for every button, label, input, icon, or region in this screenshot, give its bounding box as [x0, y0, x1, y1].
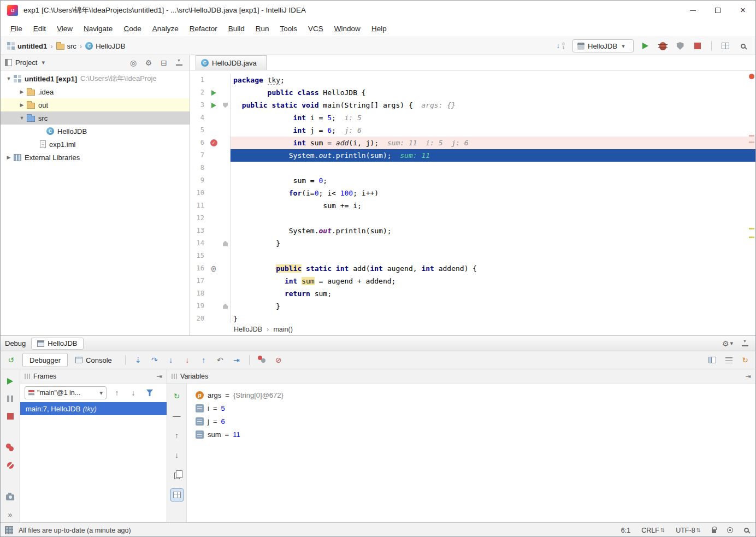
- float-panel-icon[interactable]: ⇥: [746, 373, 751, 380]
- code-text[interactable]: }: [231, 237, 755, 250]
- code-text[interactable]: [231, 250, 755, 262]
- code-text[interactable]: [231, 162, 755, 174]
- project-tree-item-out[interactable]: ▶out: [1, 98, 190, 111]
- menu-item-navigate[interactable]: Navigate: [78, 22, 118, 35]
- tree-chevron-collapsed-icon[interactable]: ▶: [4, 155, 14, 160]
- view-breakpoints-button[interactable]: [256, 354, 268, 366]
- code-text[interactable]: return sum;: [231, 287, 755, 300]
- editor-tab-hellojdb[interactable]: HelloJDB.java: [196, 55, 267, 70]
- menu-item-code[interactable]: Code: [118, 22, 146, 35]
- variable-row-j[interactable]: j = 6: [196, 415, 755, 428]
- run-gutter-icon[interactable]: [206, 99, 221, 111]
- code-text[interactable]: System.out.println(sum); sum: 11: [231, 149, 755, 162]
- breadcrumb-class[interactable]: HelloJDB: [234, 326, 262, 333]
- code-text[interactable]: System.out.println(sum);: [231, 225, 755, 237]
- resume-button[interactable]: [4, 377, 16, 386]
- stop-debug-button[interactable]: [4, 412, 16, 421]
- mute-breakpoints-button[interactable]: ⊘: [273, 354, 285, 366]
- project-tree-item-hellojdb[interactable]: HelloJDB: [1, 125, 190, 138]
- variable-row-i[interactable]: i = 5: [196, 402, 755, 415]
- breakpoint-icon[interactable]: [206, 137, 221, 149]
- background-search-widget[interactable]: [744, 528, 749, 533]
- sort-by-number-icon[interactable]: [555, 40, 567, 52]
- fold-marker-icon[interactable]: [221, 99, 231, 111]
- menu-item-refactor[interactable]: Refactor: [184, 22, 223, 35]
- filter-settings-button[interactable]: [723, 354, 735, 366]
- thread-dump-button[interactable]: [4, 493, 16, 501]
- project-tree-item-idea[interactable]: ▶.idea: [1, 85, 190, 98]
- code-text[interactable]: }: [231, 300, 755, 312]
- code-text[interactable]: sum += i;: [231, 199, 755, 212]
- variable-row-sum[interactable]: sum = 11: [196, 428, 755, 441]
- menu-item-vcs[interactable]: VCS: [303, 22, 329, 35]
- run-configuration-selector[interactable]: HelloJDB ▾: [572, 39, 634, 52]
- line-separator-widget[interactable]: CRLF⇅: [641, 527, 665, 534]
- stripe-mark-warning[interactable]: [749, 237, 754, 238]
- caret-position-widget[interactable]: 6:1: [621, 527, 630, 534]
- inspection-status-icon[interactable]: [749, 74, 754, 79]
- tree-chevron-expanded-icon[interactable]: ▼: [17, 115, 27, 121]
- code-text[interactable]: int j = 6; j: 6: [231, 124, 755, 137]
- show-execution-point-button[interactable]: ⇣: [132, 354, 144, 366]
- code-text[interactable]: sum = 0;: [231, 174, 755, 187]
- rerun-button[interactable]: ↺: [5, 354, 17, 366]
- more-options-icon[interactable]: »: [8, 510, 13, 519]
- tree-chevron-collapsed-icon[interactable]: ▶: [17, 89, 27, 95]
- maximize-button[interactable]: [705, 1, 730, 20]
- breadcrumb-method[interactable]: main(): [273, 326, 292, 333]
- code-text[interactable]: package tky;: [231, 74, 755, 86]
- force-step-into-button[interactable]: ↓: [181, 354, 193, 366]
- menu-item-edit[interactable]: Edit: [28, 22, 51, 35]
- menu-item-tools[interactable]: Tools: [275, 22, 303, 35]
- move-watch-down-button[interactable]: ↓: [171, 449, 183, 461]
- code-text[interactable]: int sum = augend + addend;: [231, 275, 755, 287]
- menu-item-window[interactable]: Window: [329, 22, 366, 35]
- run-to-cursor-button[interactable]: ⇥: [231, 354, 243, 366]
- thread-selector[interactable]: "main"@1 in... ▾: [25, 386, 107, 399]
- code-text[interactable]: int sum = add(i, j); sum: 11 i: 5 j: 6: [231, 137, 755, 149]
- move-watch-up-button[interactable]: ↑: [171, 429, 183, 441]
- project-tree-item-exp1-iml[interactable]: exp1.iml: [1, 138, 190, 151]
- step-over-button[interactable]: ↷: [149, 354, 161, 366]
- project-settings-button[interactable]: ⚙: [143, 57, 155, 69]
- code-text[interactable]: }: [231, 312, 755, 323]
- hide-debug-panel-button[interactable]: [739, 338, 751, 350]
- project-tree-item-untitled1-exp1[interactable]: ▼untitled1 [exp1]C:\Users\锦年\IdeaProje: [1, 72, 190, 85]
- coverage-button[interactable]: [674, 40, 686, 52]
- hide-project-panel-button[interactable]: [173, 57, 185, 69]
- project-panel-title[interactable]: Project: [15, 58, 37, 67]
- project-tree-item-external-libraries[interactable]: ▶External Libraries: [1, 151, 190, 164]
- run-gutter-icon[interactable]: [206, 86, 221, 99]
- duplicate-watch-button[interactable]: [171, 469, 183, 481]
- frame-down-button[interactable]: ↓: [127, 387, 139, 399]
- code-text[interactable]: public static int add(int augend, int ad…: [231, 262, 755, 275]
- stop-button[interactable]: [692, 40, 704, 52]
- menu-item-analyze[interactable]: Analyze: [147, 22, 184, 35]
- debug-button[interactable]: [657, 40, 669, 52]
- step-into-button[interactable]: ↓: [165, 354, 177, 366]
- code-text[interactable]: public static void main(String[] args) {…: [231, 99, 755, 111]
- encoding-widget[interactable]: UTF-8⇅: [676, 527, 701, 534]
- menu-item-file[interactable]: File: [5, 22, 28, 35]
- close-button[interactable]: ×: [730, 1, 755, 20]
- filter-frames-button[interactable]: [144, 387, 156, 399]
- locate-file-button[interactable]: ◎: [127, 57, 139, 69]
- inspections-profile-widget[interactable]: [727, 527, 733, 533]
- layout-settings-button[interactable]: [706, 354, 718, 366]
- stripe-mark-execution[interactable]: [749, 141, 754, 143]
- variable-row-args[interactable]: pargs = {String[0]@672}: [196, 388, 755, 402]
- profiler-table-button[interactable]: [719, 40, 731, 52]
- show-watches-button[interactable]: [170, 488, 184, 501]
- refresh-variables-button[interactable]: ↻: [171, 390, 183, 402]
- breadcrumb-item-untitled1[interactable]: untitled1: [7, 42, 47, 50]
- menu-item-view[interactable]: View: [51, 22, 78, 35]
- breadcrumb-item-src[interactable]: src: [56, 42, 76, 50]
- readonly-lock-widget[interactable]: [712, 527, 716, 533]
- project-view-arrow-icon[interactable]: ▾: [42, 59, 45, 66]
- minimize-button[interactable]: [680, 1, 705, 20]
- toolwindow-toggle-icon[interactable]: [5, 526, 13, 534]
- menu-item-help[interactable]: Help: [366, 22, 392, 35]
- tab-console[interactable]: Console: [69, 353, 119, 367]
- fold-marker-icon[interactable]: [221, 237, 231, 250]
- tab-debugger[interactable]: Debugger: [22, 353, 68, 367]
